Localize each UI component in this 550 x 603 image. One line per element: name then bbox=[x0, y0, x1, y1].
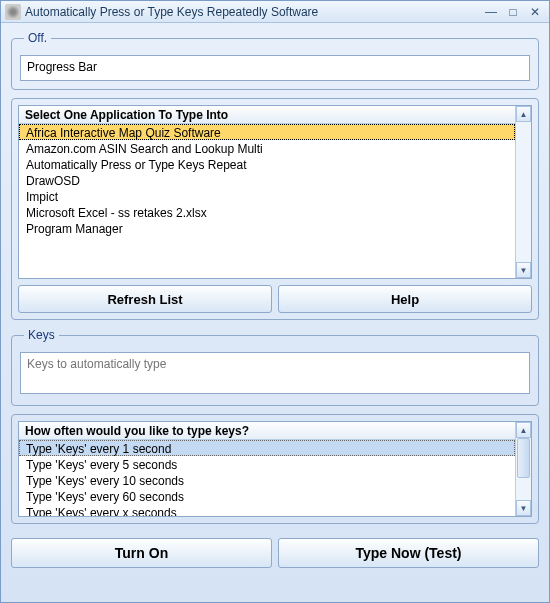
list-item[interactable]: Type 'Keys' every x seconds bbox=[19, 504, 515, 516]
scroll-thumb[interactable] bbox=[517, 438, 530, 478]
list-item[interactable]: Amazon.com ASIN Search and Lookup Multi bbox=[19, 140, 515, 156]
close-button[interactable]: ✕ bbox=[525, 4, 545, 20]
scroll-up-icon[interactable]: ▲ bbox=[516, 106, 531, 122]
frequency-list-scrollbar[interactable]: ▲ ▼ bbox=[515, 422, 531, 516]
maximize-button[interactable]: □ bbox=[503, 4, 523, 20]
window-title: Automatically Press or Type Keys Repeate… bbox=[25, 5, 479, 19]
app-icon bbox=[5, 4, 21, 20]
app-window: Automatically Press or Type Keys Repeate… bbox=[0, 0, 550, 603]
scroll-down-icon[interactable]: ▼ bbox=[516, 500, 531, 516]
scroll-up-icon[interactable]: ▲ bbox=[516, 422, 531, 438]
list-item[interactable]: Microsoft Excel - ss retakes 2.xlsx bbox=[19, 204, 515, 220]
titlebar: Automatically Press or Type Keys Repeate… bbox=[1, 1, 549, 23]
application-list-header: Select One Application To Type Into bbox=[19, 106, 515, 124]
frequency-list[interactable]: How often would you like to type keys? T… bbox=[18, 421, 532, 517]
frequency-list-header: How often would you like to type keys? bbox=[19, 422, 515, 440]
list-item[interactable]: Impict bbox=[19, 188, 515, 204]
turn-on-button[interactable]: Turn On bbox=[11, 538, 272, 568]
list-item[interactable]: Type 'Keys' every 10 seconds bbox=[19, 472, 515, 488]
content-area: Off. Progress Bar Select One Application… bbox=[1, 23, 549, 602]
application-panel: Select One Application To Type Into Afri… bbox=[11, 98, 539, 320]
minimize-button[interactable]: — bbox=[481, 4, 501, 20]
list-item[interactable]: Type 'Keys' every 5 seconds bbox=[19, 456, 515, 472]
list-item[interactable]: Program Manager bbox=[19, 220, 515, 236]
off-group: Off. Progress Bar bbox=[11, 31, 539, 90]
list-item[interactable]: Africa Interactive Map Quiz Software bbox=[19, 124, 515, 140]
list-item[interactable]: Automatically Press or Type Keys Repeat bbox=[19, 156, 515, 172]
keys-input[interactable] bbox=[20, 352, 530, 394]
off-legend: Off. bbox=[24, 31, 51, 45]
list-item[interactable]: DrawOSD bbox=[19, 172, 515, 188]
keys-group: Keys bbox=[11, 328, 539, 406]
keys-legend: Keys bbox=[24, 328, 59, 342]
list-item[interactable]: Type 'Keys' every 1 second bbox=[19, 440, 515, 456]
application-list-scrollbar[interactable]: ▲ ▼ bbox=[515, 106, 531, 278]
application-list[interactable]: Select One Application To Type Into Afri… bbox=[18, 105, 532, 279]
help-button[interactable]: Help bbox=[278, 285, 532, 313]
list-item[interactable]: Type 'Keys' every 60 seconds bbox=[19, 488, 515, 504]
frequency-panel: How often would you like to type keys? T… bbox=[11, 414, 539, 524]
scroll-down-icon[interactable]: ▼ bbox=[516, 262, 531, 278]
refresh-list-button[interactable]: Refresh List bbox=[18, 285, 272, 313]
type-now-button[interactable]: Type Now (Test) bbox=[278, 538, 539, 568]
progress-bar-label: Progress Bar bbox=[20, 55, 530, 81]
